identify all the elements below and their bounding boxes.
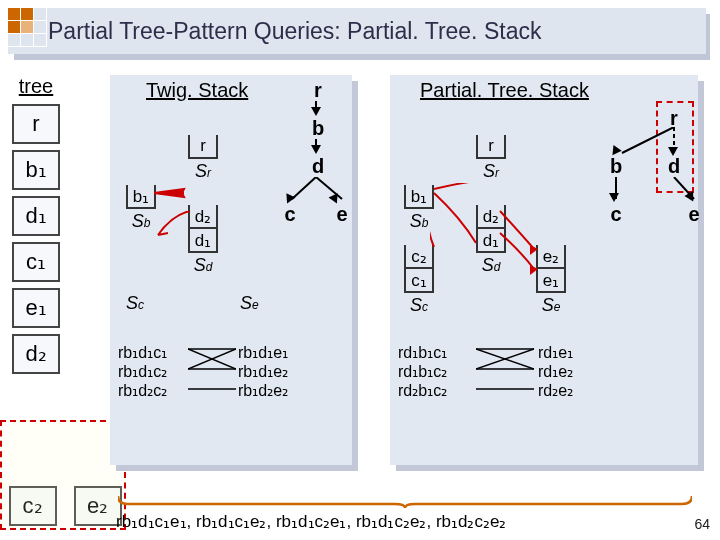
bottom-nodes: c₂ e₂ bbox=[0, 486, 130, 526]
stack-label-sb: Sb bbox=[410, 211, 429, 232]
stack-label-sc: Sc bbox=[126, 293, 144, 314]
svg-line-14 bbox=[622, 127, 674, 153]
qnode-e: e bbox=[682, 203, 706, 227]
stack-se-left: Se bbox=[240, 291, 259, 314]
stack-sc-right: Sc c₁ c₂ bbox=[404, 245, 434, 316]
query-tree-right: r b d c e bbox=[600, 107, 700, 257]
merge-line: rd₁e₂ bbox=[538, 362, 573, 381]
stack-cell: b₁ bbox=[126, 185, 156, 209]
stack-cell: e₁ bbox=[536, 269, 566, 293]
panel-title-right: Partial. Tree. Stack bbox=[420, 79, 589, 102]
merge-line: rb₁d₁c₁ bbox=[118, 343, 167, 362]
merge-left-col2: rb₁d₁e₁ rb₁d₁e₂ rb₁d₂e₂ bbox=[238, 343, 288, 400]
panel-partialtreestack: Partial. Tree. Stack Sr r Sb b₁ Sd d₁ d₂… bbox=[390, 75, 698, 465]
result-text: rb₁d₁c₁e₁, rb₁d₁c₁e₂, rb₁d₁c₂e₁, rb₁d₁c₂… bbox=[116, 511, 660, 532]
node-d2: d₂ bbox=[12, 334, 60, 374]
node-d1: d₁ bbox=[12, 196, 60, 236]
node-e1: e₁ bbox=[12, 288, 60, 328]
page-number: 64 bbox=[694, 516, 710, 532]
merge-line: rd₁e₁ bbox=[538, 343, 573, 362]
merge-cross-icon bbox=[188, 343, 236, 399]
merge-line: rb₁d₂c₂ bbox=[118, 381, 167, 400]
qnode-b: b bbox=[604, 155, 628, 179]
stack-label-sd: Sd bbox=[482, 255, 501, 276]
qnode-r: r bbox=[306, 79, 330, 103]
stack-cell: e₂ bbox=[536, 245, 566, 269]
merge-right-col1: rd₁b₁c₁ rd₁b₁c₂ rd₂b₁c₂ bbox=[398, 343, 447, 400]
tree-column: tree r b₁ d₁ c₁ e₁ d₂ bbox=[6, 75, 66, 380]
stack-cell: c₁ bbox=[404, 269, 434, 293]
stack-sb-left: Sb b₁ bbox=[126, 185, 156, 232]
pointer-arrow-icon bbox=[154, 211, 194, 239]
stack-label-sr: Sr bbox=[483, 161, 499, 182]
merge-line: rb₁d₁e₂ bbox=[238, 362, 288, 381]
stack-cell: r bbox=[188, 135, 218, 159]
stack-label-sr: Sr bbox=[195, 161, 211, 182]
logo-icon bbox=[8, 8, 48, 48]
stack-label-sb: Sb bbox=[132, 211, 151, 232]
stack-label-sd: Sd bbox=[194, 255, 213, 276]
stack-se-right: Se e₁ e₂ bbox=[536, 245, 566, 316]
svg-line-5 bbox=[292, 177, 316, 199]
merge-line: rb₁d₂e₂ bbox=[238, 381, 288, 400]
stack-sb-right: Sb b₁ bbox=[404, 185, 434, 232]
merge-left-col1: rb₁d₁c₁ rb₁d₁c₂ rb₁d₂c₂ bbox=[118, 343, 167, 400]
brace-icon bbox=[118, 494, 692, 508]
title-bar: Partial Tree-Pattern Queries: Partial. T… bbox=[8, 8, 706, 60]
pointer-arrow-icon bbox=[154, 187, 194, 199]
qnode-d: d bbox=[662, 155, 686, 179]
qnode-b: b bbox=[306, 117, 330, 141]
merge-cross-icon bbox=[476, 343, 534, 399]
merge-line: rd₁b₁c₂ bbox=[398, 362, 447, 381]
stack-cell: b₁ bbox=[404, 185, 434, 209]
stack-label-sc: Sc bbox=[410, 295, 428, 316]
node-e2: e₂ bbox=[74, 486, 122, 526]
node-r: r bbox=[12, 104, 60, 144]
qnode-c: c bbox=[278, 203, 302, 227]
stack-cell: d₁ bbox=[476, 229, 506, 253]
qnode-d: d bbox=[306, 155, 330, 179]
merge-line: rd₁b₁c₁ bbox=[398, 343, 447, 362]
stack-label-se: Se bbox=[542, 295, 561, 316]
stack-sd-right: Sd d₁ d₂ bbox=[476, 205, 506, 276]
merge-right-col2: rd₁e₁ rd₁e₂ rd₂e₂ bbox=[538, 343, 573, 400]
stack-sc-left: Sc bbox=[126, 291, 144, 314]
slide: Partial Tree-Pattern Queries: Partial. T… bbox=[0, 0, 720, 540]
stack-cell: c₂ bbox=[404, 245, 434, 269]
stack-label-se: Se bbox=[240, 293, 259, 314]
query-tree-left: r b d c e bbox=[280, 79, 358, 249]
qnode-e: e bbox=[330, 203, 354, 227]
stack-sr-left: Sr r bbox=[188, 135, 218, 182]
node-c2: c₂ bbox=[9, 486, 57, 526]
stack-cell: r bbox=[476, 135, 506, 159]
node-b1: b₁ bbox=[12, 150, 60, 190]
node-c1: c₁ bbox=[12, 242, 60, 282]
qnode-c: c bbox=[604, 203, 628, 227]
stack-cell: d₂ bbox=[476, 205, 506, 229]
panel-twigstack: Twig. Stack Sr r Sb b₁ Sd d₁ d₂ Sc Se rb… bbox=[110, 75, 352, 465]
slide-title: Partial Tree-Pattern Queries: Partial. T… bbox=[48, 18, 541, 45]
tree-label: tree bbox=[6, 75, 66, 98]
panel-title-left: Twig. Stack bbox=[146, 79, 248, 102]
merge-line: rb₁d₁c₂ bbox=[118, 362, 167, 381]
stack-sr-right: Sr r bbox=[476, 135, 506, 182]
merge-line: rd₂b₁c₂ bbox=[398, 381, 447, 400]
merge-line: rb₁d₁e₁ bbox=[238, 343, 288, 362]
merge-line: rd₂e₂ bbox=[538, 381, 573, 400]
